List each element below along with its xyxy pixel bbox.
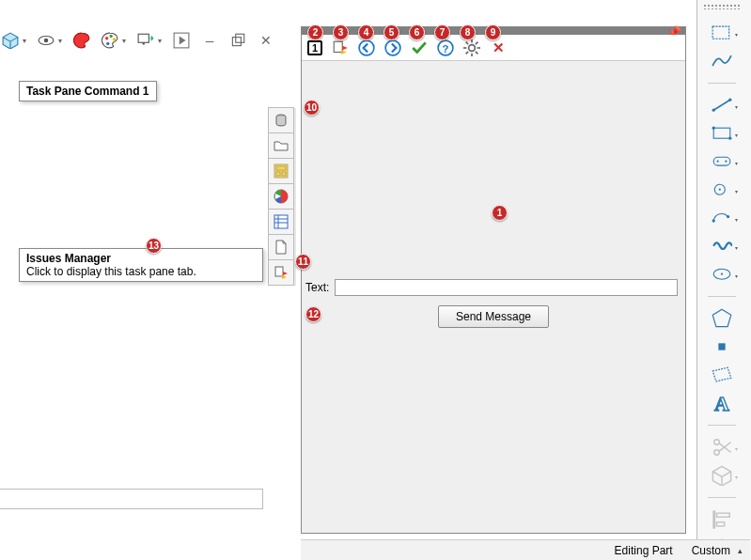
circle-icon[interactable]: ▾: [712, 181, 732, 198]
text-input-row: Text:: [305, 279, 678, 296]
svg-point-7: [109, 35, 112, 38]
rect-icon[interactable]: ▾: [712, 125, 732, 142]
badge-6: 6: [409, 24, 425, 40]
svg-point-60: [721, 273, 723, 275]
palette-icon[interactable]: [73, 32, 90, 49]
svg-point-51: [728, 137, 731, 140]
slot-icon[interactable]: ▾: [712, 153, 732, 170]
spline-icon[interactable]: [712, 53, 732, 70]
line-icon[interactable]: ▾: [712, 97, 732, 114]
badge-13: 13: [146, 238, 162, 254]
help-icon[interactable]: ?: [437, 39, 454, 56]
separator: [708, 296, 736, 297]
forward-icon[interactable]: [384, 39, 401, 56]
svg-point-50: [712, 127, 715, 130]
svg-line-42: [476, 51, 477, 53]
minimize-icon[interactable]: ‒: [201, 32, 218, 49]
main-toolbar-fragment: ▾ ▾ ▾ ▾ ‒ ✕: [0, 28, 291, 53]
send-row: Send Message: [302, 305, 685, 328]
badge-2: 2: [307, 24, 323, 40]
svg-text:?: ?: [443, 42, 449, 54]
svg-line-70: [722, 472, 731, 477]
badge-7: 7: [434, 24, 450, 40]
check-icon[interactable]: [411, 39, 428, 56]
svg-point-57: [712, 220, 715, 223]
svg-rect-26: [275, 267, 283, 276]
badge-10: 10: [304, 100, 320, 116]
svg-marker-13: [180, 37, 186, 45]
point-icon[interactable]: [712, 338, 732, 355]
tooltip-title: Issues Manager: [26, 252, 111, 265]
tab-document[interactable]: [268, 234, 294, 260]
tab-issues[interactable]: [268, 259, 294, 286]
tooltip-text: Task Pane Command 1: [26, 85, 149, 98]
rect-select-icon[interactable]: ▾: [712, 24, 732, 41]
svg-marker-31: [341, 50, 347, 54]
svg-point-32: [359, 40, 374, 55]
svg-point-47: [712, 109, 715, 112]
close-icon[interactable]: ✕: [258, 32, 274, 49]
svg-line-46: [713, 100, 730, 110]
send-message-button[interactable]: Send Message: [438, 305, 549, 328]
status-bar: Editing Part Custom ▴: [301, 539, 750, 560]
svg-point-65: [714, 450, 720, 456]
badge-11: 11: [295, 254, 311, 270]
svg-rect-62: [718, 343, 725, 350]
text-input[interactable]: [335, 279, 678, 296]
dropdown-icon[interactable]: ▾: [58, 37, 62, 45]
right-toolbar: ▾ ▾ ▾ ▾ ▾ ▾ ▾ ▾ A ▾ ▾: [703, 24, 741, 556]
status-custom[interactable]: Custom: [692, 544, 730, 557]
svg-rect-15: [236, 34, 244, 42]
separator: [708, 425, 736, 426]
palette-multi-icon[interactable]: [102, 32, 118, 49]
svg-point-54: [725, 161, 727, 163]
restore-icon[interactable]: [229, 32, 246, 49]
tab-number-icon[interactable]: 1: [307, 40, 322, 55]
play-box-icon[interactable]: [173, 32, 190, 49]
eye-icon[interactable]: [38, 32, 55, 49]
svg-rect-10: [138, 34, 149, 42]
task-pane: 📌 1 ? ✕ Text: Send Message: [301, 26, 686, 534]
svg-line-44: [476, 41, 477, 43]
tab-folder[interactable]: [268, 132, 294, 159]
svg-point-64: [714, 440, 720, 445]
status-editing: Editing Part: [615, 544, 673, 557]
close-icon[interactable]: ✕: [490, 39, 507, 56]
monitor-arrow-icon[interactable]: [137, 32, 154, 49]
svg-rect-29: [334, 41, 342, 52]
separator: [708, 497, 736, 498]
svg-point-9: [106, 42, 109, 45]
dropdown-icon[interactable]: ▾: [23, 37, 26, 45]
plane-icon[interactable]: [712, 366, 732, 383]
badge-8: 8: [460, 24, 476, 40]
arc-icon[interactable]: ▾: [712, 210, 732, 226]
cube-icon[interactable]: [2, 32, 19, 49]
tab-layout[interactable]: [268, 158, 294, 184]
svg-rect-11: [143, 42, 145, 44]
dropdown-icon[interactable]: ▾: [158, 37, 162, 45]
cube-tool-icon: ▾: [712, 467, 732, 484]
svg-rect-45: [712, 26, 729, 39]
svg-line-43: [466, 51, 468, 53]
gear-icon[interactable]: [463, 39, 480, 56]
caret-up-icon[interactable]: ▴: [738, 546, 743, 555]
ellipse-icon[interactable]: ▾: [712, 266, 732, 283]
polygon-icon[interactable]: [712, 310, 732, 327]
wave-icon[interactable]: ▾: [712, 238, 732, 255]
badge-3: 3: [333, 24, 349, 40]
grip-icon[interactable]: [703, 4, 741, 9]
svg-rect-52: [713, 158, 730, 166]
tab-cylinder[interactable]: [268, 107, 294, 133]
svg-point-53: [717, 161, 719, 163]
svg-marker-27: [283, 272, 288, 275]
dropdown-icon[interactable]: ▾: [122, 37, 126, 45]
document-arrows-icon[interactable]: [332, 39, 349, 56]
text-icon[interactable]: A: [712, 395, 732, 412]
svg-rect-49: [713, 128, 730, 138]
badge-12: 12: [305, 306, 321, 322]
svg-point-8: [113, 38, 116, 40]
back-icon[interactable]: [358, 39, 375, 56]
tab-appearance[interactable]: [268, 183, 294, 210]
tab-properties[interactable]: [268, 209, 294, 235]
text-label: Text:: [305, 281, 329, 294]
